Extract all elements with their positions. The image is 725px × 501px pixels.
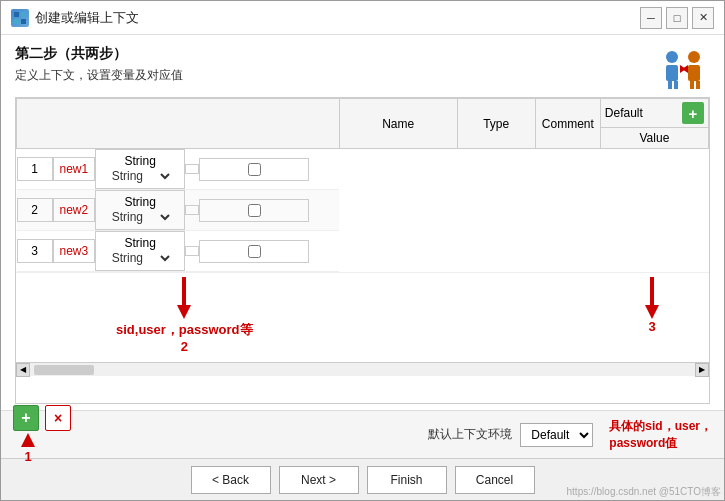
- minimize-button[interactable]: ─: [640, 7, 662, 29]
- wizard-icon: [658, 45, 710, 97]
- svg-marker-13: [682, 65, 688, 73]
- horizontal-scrollbar[interactable]: ◀ ▶: [16, 362, 709, 376]
- window-controls: ─ □ ✕: [640, 7, 714, 29]
- td-checkbox: [199, 158, 309, 181]
- title-bar-left: 创建或编辑上下文: [11, 9, 139, 27]
- type-select-row0[interactable]: StringIntegerBoolean: [108, 168, 173, 184]
- main-window: 创建或编辑上下文 ─ □ ✕ 第二步（共两步） 定义上下文，设置变量及对应值: [0, 0, 725, 501]
- td-checkbox: [199, 240, 309, 263]
- td-type: String StringIntegerBoolean: [95, 149, 185, 189]
- th-num: [17, 99, 340, 149]
- content-area: 第二步（共两步） 定义上下文，设置变量及对应值: [1, 35, 724, 410]
- add-remove-buttons: + ×: [13, 405, 71, 431]
- table-header-row: Name Type Comment Default + Value: [17, 99, 709, 149]
- svg-rect-1: [21, 12, 26, 17]
- table-row: 1 new1 String StringIntegerBoolean: [17, 149, 340, 190]
- add-remove-area: + × 1: [13, 405, 71, 464]
- arrow-head-3: [645, 305, 659, 319]
- td-num: 3: [17, 239, 53, 263]
- annotation-1-num: 1: [24, 449, 31, 464]
- td-name: new1: [53, 157, 96, 181]
- td-num: 2: [17, 198, 53, 222]
- td-num: 1: [17, 157, 53, 181]
- svg-rect-3: [21, 19, 26, 24]
- svg-rect-0: [14, 12, 19, 17]
- close-button[interactable]: ✕: [692, 7, 714, 29]
- type-select-row2[interactable]: StringIntegerBoolean: [108, 250, 173, 266]
- annotation-2-block: sid,user，password等 2: [116, 277, 253, 354]
- td-name: new3: [53, 239, 96, 263]
- td-checkbox: [199, 199, 309, 222]
- table-row: 3 new3 String StringIntegerBoolean: [17, 231, 340, 272]
- window-icon: [11, 9, 29, 27]
- step-header: 第二步（共两步） 定义上下文，设置变量及对应值: [15, 45, 183, 92]
- variables-table-container: Name Type Comment Default + Value: [15, 97, 710, 404]
- table-row: 2 new2 String StringIntegerBoolean: [17, 190, 340, 231]
- table-body: 1 new1 String StringIntegerBoolean: [17, 149, 709, 273]
- value-label: Value: [640, 131, 670, 145]
- maximize-button[interactable]: □: [666, 7, 688, 29]
- svg-rect-11: [696, 81, 700, 89]
- td-comment: [185, 205, 199, 215]
- arrow-shaft-3: [650, 277, 654, 305]
- scrollbar-track: [30, 365, 695, 375]
- variables-table: Name Type Comment Default + Value: [16, 98, 709, 272]
- annotation-1-block: 1: [21, 433, 35, 464]
- watermark: https://blog.csdn.net @51CTO博客: [563, 483, 725, 501]
- default-checkbox-row1[interactable]: [248, 204, 261, 217]
- add-column-button[interactable]: +: [682, 102, 704, 124]
- default-checkbox-row0[interactable]: [248, 163, 261, 176]
- td-type: String StringIntegerBoolean: [95, 190, 185, 230]
- env-label: 默认上下文环境: [428, 426, 512, 443]
- type-select-row1[interactable]: StringIntegerBoolean: [108, 209, 173, 225]
- arrow-head-2: [177, 305, 191, 319]
- bottom-toolbar: + × 1 默认上下文环境 Default 具体的sid，user， passw…: [1, 410, 724, 458]
- th-comment: Comment: [535, 99, 600, 149]
- svg-rect-6: [668, 81, 672, 89]
- svg-point-8: [688, 51, 700, 63]
- svg-rect-2: [14, 19, 19, 24]
- annotation-2-num: 2: [181, 339, 188, 354]
- finish-button[interactable]: Finish: [367, 466, 447, 494]
- th-type: Type: [457, 99, 535, 149]
- arrow-shaft-2: [182, 277, 186, 305]
- annotation-3-block: 3: [645, 277, 659, 334]
- svg-rect-5: [666, 65, 678, 81]
- step-title: 第二步（共两步）: [15, 45, 183, 63]
- scroll-right-arrow[interactable]: ▶: [695, 363, 709, 377]
- svg-rect-10: [690, 81, 694, 89]
- svg-point-4: [666, 51, 678, 63]
- remove-variable-button[interactable]: ×: [45, 405, 71, 431]
- cancel-button[interactable]: Cancel: [455, 466, 535, 494]
- table-annotation-area: sid,user，password等 2 3: [16, 272, 709, 362]
- annotation-2-text: sid,user，password等: [116, 321, 253, 339]
- default-label: Default: [605, 106, 643, 120]
- td-comment: [185, 246, 199, 256]
- title-bar: 创建或编辑上下文 ─ □ ✕: [1, 1, 724, 35]
- td-type: String StringIntegerBoolean: [95, 231, 185, 271]
- env-select[interactable]: Default: [520, 423, 593, 447]
- default-checkbox-row2[interactable]: [248, 245, 261, 258]
- td-name: new2: [53, 198, 96, 222]
- th-name: Name: [339, 99, 457, 149]
- next-button[interactable]: Next >: [279, 466, 359, 494]
- add-variable-button[interactable]: +: [13, 405, 39, 431]
- default-bottom: Value: [601, 128, 708, 148]
- annotation-3-num: 3: [648, 319, 655, 334]
- window-title: 创建或编辑上下文: [35, 9, 139, 27]
- type-value: String: [125, 236, 156, 250]
- back-button[interactable]: < Back: [191, 466, 271, 494]
- env-desc: 具体的sid，user， password值: [609, 418, 712, 452]
- arrow-head-1-up: [21, 433, 35, 447]
- svg-rect-9: [688, 65, 700, 81]
- scroll-left-arrow[interactable]: ◀: [16, 363, 30, 377]
- type-value: String: [125, 154, 156, 168]
- scrollbar-thumb: [34, 365, 94, 375]
- td-comment: [185, 164, 199, 174]
- default-col-inner: Default + Value: [601, 99, 708, 148]
- type-value: String: [125, 195, 156, 209]
- step-desc: 定义上下文，设置变量及对应值: [15, 67, 183, 84]
- th-default: Default + Value: [600, 99, 708, 149]
- svg-rect-7: [674, 81, 678, 89]
- default-top: Default +: [601, 99, 708, 128]
